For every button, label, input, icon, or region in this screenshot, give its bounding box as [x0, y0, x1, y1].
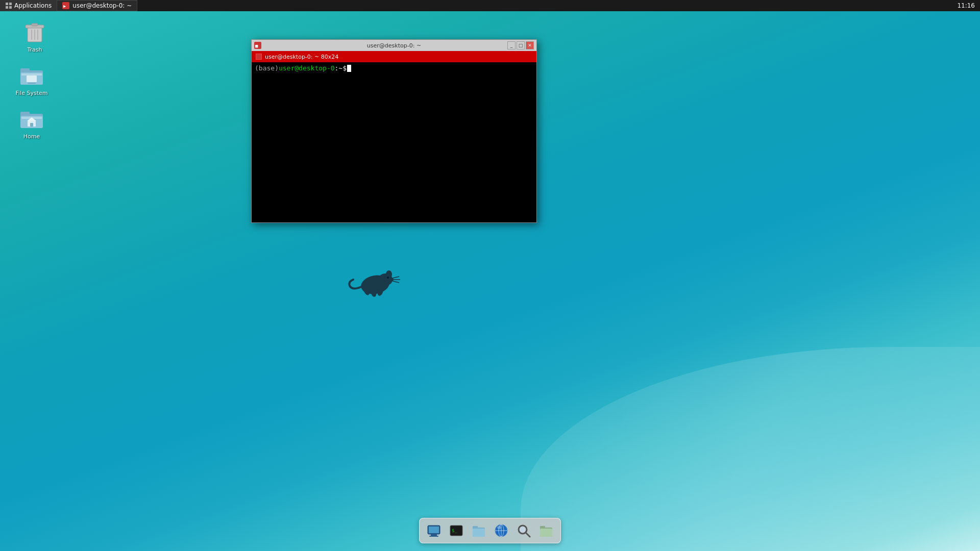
- dock-folder-icon: [539, 523, 553, 538]
- svg-point-52: [497, 526, 501, 529]
- terminal-prompt-line: (base) user@desktop-0 :~$: [255, 64, 533, 72]
- svg-rect-2: [6, 6, 8, 9]
- dock-item-folder[interactable]: [536, 520, 556, 541]
- terminal-title: user@desktop-0: ~: [367, 42, 421, 49]
- dock-files-icon: [472, 523, 486, 538]
- svg-rect-17: [28, 83, 36, 84]
- svg-text:▶: ▶: [63, 4, 66, 9]
- svg-point-29: [386, 270, 392, 279]
- svg-rect-24: [30, 123, 33, 127]
- prompt-base: (base): [255, 64, 279, 72]
- desktop-icon-trash[interactable]: Trash: [14, 20, 55, 53]
- terminal-window: ■ user@desktop-0: ~ _ □ ✕ user@desktop-0…: [251, 39, 537, 223]
- svg-point-54: [520, 527, 526, 533]
- svg-rect-15: [21, 73, 42, 76]
- terminal-app-icon: ■: [254, 42, 261, 49]
- svg-rect-3: [9, 6, 12, 9]
- svg-rect-16: [27, 76, 37, 82]
- system-clock: 11:16: [957, 2, 975, 9]
- terminal-tab-icon: [256, 54, 262, 60]
- terminal-body[interactable]: (base) user@desktop-0 :~$: [252, 62, 536, 222]
- svg-rect-13: [20, 68, 30, 72]
- svg-line-37: [391, 281, 399, 283]
- filesystem-icon: [19, 64, 44, 88]
- terminal-cursor: [347, 65, 351, 72]
- svg-rect-1: [9, 3, 12, 5]
- minimize-button[interactable]: _: [507, 41, 516, 49]
- dock-item-search[interactable]: [513, 520, 534, 541]
- dock-item-browser[interactable]: [491, 520, 511, 541]
- svg-rect-0: [6, 3, 8, 5]
- svg-rect-41: [429, 527, 439, 533]
- dock-search-icon: [517, 523, 531, 538]
- prompt-user: user@desktop-0: [279, 64, 335, 72]
- svg-rect-46: [473, 529, 485, 537]
- svg-rect-58: [540, 529, 552, 537]
- taskbar-bottom: $_: [419, 518, 561, 543]
- svg-line-55: [526, 533, 530, 537]
- svg-rect-40: [429, 536, 438, 537]
- dock-browser-icon: [494, 523, 508, 538]
- bg-decoration: [521, 347, 980, 551]
- svg-rect-8: [32, 23, 38, 26]
- taskbar-terminal-task[interactable]: ▶ user@desktop-0: ~: [57, 0, 137, 11]
- trash-icon: [22, 20, 47, 45]
- svg-rect-19: [20, 112, 30, 116]
- terminal-task-icon: ▶: [62, 2, 69, 9]
- show-desktop-icon: [427, 523, 441, 538]
- desktop-icon-home[interactable]: Home: [11, 107, 52, 140]
- svg-text:■: ■: [255, 43, 258, 48]
- svg-text:$_: $_: [452, 528, 457, 533]
- svg-rect-39: [431, 534, 437, 536]
- window-buttons: _ □ ✕: [507, 41, 534, 49]
- terminal-tab[interactable]: user@desktop-0: ~ 80x24: [252, 51, 536, 62]
- prompt-path: :~$: [335, 64, 347, 72]
- terminal-task-label: user@desktop-0: ~: [72, 2, 132, 9]
- desktop-icon-filesystem[interactable]: File System: [11, 64, 52, 96]
- home-label: Home: [23, 133, 40, 140]
- terminal-tab-title: user@desktop-0: ~ 80x24: [265, 54, 338, 60]
- terminal-titlebar: ■ user@desktop-0: ~ _ □ ✕: [252, 40, 536, 51]
- maximize-button[interactable]: □: [517, 41, 525, 49]
- filesystem-label: File System: [16, 90, 48, 96]
- applications-menu[interactable]: Applications: [0, 0, 57, 11]
- home-icon: [19, 107, 44, 132]
- dock-item-show-desktop[interactable]: [424, 520, 444, 541]
- svg-line-35: [391, 277, 399, 279]
- dock-item-files[interactable]: [469, 520, 489, 541]
- dock-item-terminal[interactable]: $_: [446, 520, 467, 541]
- trash-label: Trash: [27, 46, 42, 53]
- rat-mascot: [347, 260, 403, 301]
- dock-terminal-icon: $_: [449, 523, 463, 538]
- taskbar-top: Applications ▶ user@desktop-0: ~ 11:16: [0, 0, 980, 11]
- svg-point-31: [387, 277, 389, 279]
- applications-label: Applications: [14, 2, 52, 9]
- close-button[interactable]: ✕: [526, 41, 534, 49]
- apps-icon: [5, 2, 12, 9]
